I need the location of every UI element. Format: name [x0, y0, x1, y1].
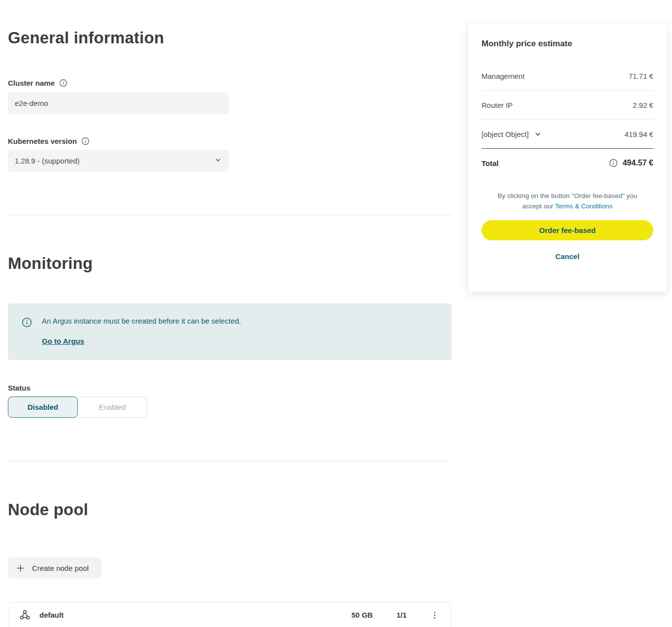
status-option-enabled[interactable]: Enabled	[78, 396, 147, 418]
price-row-label: Management	[481, 72, 525, 80]
price-row-management: Management 71.71 €	[481, 62, 653, 91]
status-label: Status	[8, 384, 451, 392]
cluster-name-input[interactable]	[8, 92, 229, 114]
chevron-down-icon	[214, 156, 222, 165]
node-pool-icon	[19, 609, 31, 621]
alert-body: An Argus instance must be created before…	[42, 316, 241, 360]
node-pool-row[interactable]: default 50 GB 1/1	[8, 602, 451, 627]
create-node-pool-label: Create node pool	[32, 564, 89, 572]
node-pool-section-title: Node pool	[8, 500, 451, 519]
total-value: 494.57 €	[623, 159, 653, 167]
kubernetes-version-select[interactable]: 1.28.9 - (supported)	[8, 150, 229, 172]
price-row-value: 71.71 €	[629, 72, 653, 80]
price-card-title: Monthly price estimate	[481, 39, 653, 49]
cluster-name-label-row: Cluster name	[8, 79, 451, 87]
general-section-title: General information	[8, 29, 451, 47]
price-row-label: [object Object]	[481, 130, 529, 138]
cluster-name-label: Cluster name	[8, 79, 55, 87]
node-pool-size: 50 GB	[352, 611, 373, 619]
price-total-row: Total 494.57 €	[481, 148, 653, 177]
price-row-nodepool: [object Object] 419.94 €	[481, 120, 653, 149]
k8s-version-label: Kubernetes version	[8, 137, 77, 145]
section-divider	[8, 215, 451, 215]
info-icon[interactable]	[81, 137, 90, 145]
argus-info-alert: An Argus instance must be created before…	[8, 303, 451, 360]
main-column: General information Cluster name Kuberne…	[8, 0, 451, 627]
price-row-label: Router IP	[481, 101, 512, 109]
go-to-argus-link[interactable]: Go to Argus	[42, 337, 84, 345]
terms-text: By clicking on the button "Order fee-bas…	[489, 191, 646, 211]
info-icon[interactable]	[609, 159, 618, 167]
price-estimate-card: Monthly price estimate Management 71.71 …	[468, 24, 667, 292]
price-row-value: 419.94 €	[625, 130, 653, 138]
info-icon	[22, 317, 32, 360]
order-fee-based-button[interactable]: Order fee-based	[481, 220, 653, 240]
price-rows: Management 71.71 € Router IP 2.92 € [obj…	[481, 62, 653, 177]
info-icon[interactable]	[59, 79, 67, 87]
create-node-pool-button[interactable]: Create node pool	[8, 558, 101, 578]
terms-and-conditions-link[interactable]: Terms & Conditions	[555, 202, 612, 210]
alert-message: An Argus instance must be created before…	[42, 317, 241, 325]
section-divider	[8, 461, 451, 462]
node-pool-name: default	[39, 611, 352, 619]
kebab-menu-icon[interactable]	[430, 611, 439, 620]
price-row-router-ip: Router IP 2.92 €	[481, 91, 653, 120]
node-pool-availability: 1/1	[396, 611, 407, 619]
kubernetes-version-value: 1.28.9 - (supported)	[15, 157, 80, 165]
cancel-button[interactable]: Cancel	[555, 252, 579, 261]
k8s-version-label-row: Kubernetes version	[8, 137, 451, 145]
chevron-down-icon[interactable]	[534, 131, 542, 138]
total-label: Total	[481, 159, 499, 167]
monitoring-section-title: Monitoring	[8, 254, 451, 273]
plus-icon	[16, 563, 25, 573]
price-row-value: 2.92 €	[633, 101, 653, 109]
status-toggle-group: Disabled Enabled	[8, 396, 147, 418]
status-option-disabled[interactable]: Disabled	[8, 396, 78, 418]
